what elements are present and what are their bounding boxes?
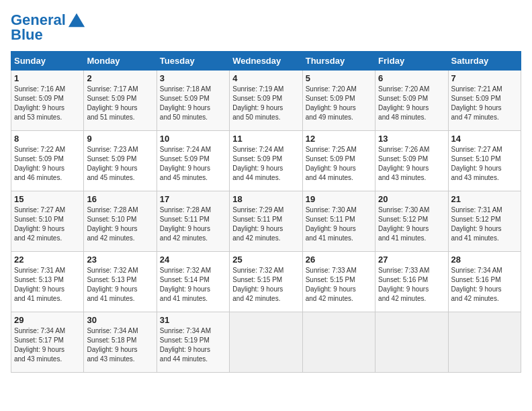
- day-header-sunday: Sunday: [11, 52, 84, 71]
- calendar-cell: 12Sunrise: 7:25 AM Sunset: 5:09 PM Dayli…: [302, 131, 375, 191]
- calendar-cell: [302, 312, 375, 373]
- day-number: 19: [306, 194, 372, 204]
- week-row-3: 22Sunrise: 7:31 AM Sunset: 5:13 PM Dayli…: [11, 252, 521, 312]
- calendar-cell: 1Sunrise: 7:16 AM Sunset: 5:09 PM Daylig…: [11, 71, 84, 131]
- day-info: Sunrise: 7:17 AM Sunset: 5:09 PM Dayligh…: [87, 85, 153, 122]
- day-number: 8: [14, 134, 81, 144]
- day-info: Sunrise: 7:32 AM Sunset: 5:14 PM Dayligh…: [160, 266, 226, 304]
- day-number: 12: [306, 134, 372, 144]
- day-number: 16: [87, 194, 153, 204]
- calendar-cell: 20Sunrise: 7:30 AM Sunset: 5:12 PM Dayli…: [375, 191, 448, 252]
- day-info: Sunrise: 7:16 AM Sunset: 5:09 PM Dayligh…: [14, 85, 81, 122]
- day-info: Sunrise: 7:34 AM Sunset: 5:16 PM Dayligh…: [451, 266, 518, 304]
- calendar-cell: 11Sunrise: 7:24 AM Sunset: 5:09 PM Dayli…: [230, 131, 302, 191]
- calendar-cell: 16Sunrise: 7:28 AM Sunset: 5:10 PM Dayli…: [84, 191, 157, 252]
- day-info: Sunrise: 7:28 AM Sunset: 5:11 PM Dayligh…: [160, 205, 226, 243]
- day-header-monday: Monday: [84, 52, 157, 71]
- day-number: 28: [451, 255, 518, 265]
- calendar-cell: 3Sunrise: 7:18 AM Sunset: 5:09 PM Daylig…: [157, 71, 229, 131]
- day-info: Sunrise: 7:34 AM Sunset: 5:18 PM Dayligh…: [87, 326, 153, 364]
- day-number: 13: [378, 134, 445, 144]
- week-row-0: 1Sunrise: 7:16 AM Sunset: 5:09 PM Daylig…: [11, 71, 521, 131]
- calendar-table: SundayMondayTuesdayWednesdayThursdayFrid…: [11, 51, 521, 373]
- day-number: 31: [160, 315, 226, 325]
- calendar-cell: 9Sunrise: 7:23 AM Sunset: 5:09 PM Daylig…: [84, 131, 157, 191]
- day-info: Sunrise: 7:26 AM Sunset: 5:09 PM Dayligh…: [378, 145, 445, 183]
- svg-marker-0: [69, 13, 85, 28]
- calendar-cell: 10Sunrise: 7:24 AM Sunset: 5:09 PM Dayli…: [157, 131, 229, 191]
- day-info: Sunrise: 7:33 AM Sunset: 5:16 PM Dayligh…: [378, 266, 445, 304]
- day-info: Sunrise: 7:31 AM Sunset: 5:13 PM Dayligh…: [14, 266, 81, 304]
- day-info: Sunrise: 7:24 AM Sunset: 5:09 PM Dayligh…: [160, 145, 226, 183]
- day-number: 4: [232, 73, 299, 83]
- day-number: 7: [451, 73, 518, 83]
- calendar-cell: 27Sunrise: 7:33 AM Sunset: 5:16 PM Dayli…: [375, 252, 448, 312]
- day-number: 17: [160, 194, 226, 204]
- day-number: 27: [378, 255, 445, 265]
- day-info: Sunrise: 7:20 AM Sunset: 5:09 PM Dayligh…: [378, 85, 445, 122]
- calendar-cell: 8Sunrise: 7:22 AM Sunset: 5:09 PM Daylig…: [11, 131, 84, 191]
- week-row-1: 8Sunrise: 7:22 AM Sunset: 5:09 PM Daylig…: [11, 131, 521, 191]
- day-info: Sunrise: 7:32 AM Sunset: 5:15 PM Dayligh…: [232, 266, 299, 304]
- day-info: Sunrise: 7:34 AM Sunset: 5:17 PM Dayligh…: [14, 326, 81, 364]
- calendar-cell: 26Sunrise: 7:33 AM Sunset: 5:15 PM Dayli…: [302, 252, 375, 312]
- day-info: Sunrise: 7:28 AM Sunset: 5:10 PM Dayligh…: [87, 205, 153, 243]
- day-number: 30: [87, 315, 153, 325]
- week-row-2: 15Sunrise: 7:27 AM Sunset: 5:10 PM Dayli…: [11, 191, 521, 252]
- calendar-cell: 13Sunrise: 7:26 AM Sunset: 5:09 PM Dayli…: [375, 131, 448, 191]
- day-info: Sunrise: 7:19 AM Sunset: 5:09 PM Dayligh…: [232, 85, 299, 122]
- day-info: Sunrise: 7:34 AM Sunset: 5:19 PM Dayligh…: [160, 326, 226, 364]
- day-header-friday: Friday: [375, 52, 448, 71]
- day-number: 21: [451, 194, 518, 204]
- day-info: Sunrise: 7:25 AM Sunset: 5:09 PM Dayligh…: [306, 145, 372, 183]
- day-number: 29: [14, 315, 81, 325]
- day-number: 25: [232, 255, 299, 265]
- day-number: 20: [378, 194, 445, 204]
- day-number: 6: [378, 73, 445, 83]
- day-info: Sunrise: 7:32 AM Sunset: 5:13 PM Dayligh…: [87, 266, 153, 304]
- calendar-cell: 31Sunrise: 7:34 AM Sunset: 5:19 PM Dayli…: [157, 312, 229, 373]
- day-info: Sunrise: 7:22 AM Sunset: 5:09 PM Dayligh…: [14, 145, 81, 183]
- calendar-cell: 21Sunrise: 7:31 AM Sunset: 5:12 PM Dayli…: [448, 191, 521, 252]
- day-header-saturday: Saturday: [448, 52, 521, 71]
- calendar-cell: 4Sunrise: 7:19 AM Sunset: 5:09 PM Daylig…: [230, 71, 302, 131]
- page-container: General Blue SundayMondayTuesdayWednesda…: [11, 11, 521, 373]
- day-info: Sunrise: 7:30 AM Sunset: 5:11 PM Dayligh…: [306, 205, 372, 243]
- logo-icon: [67, 11, 86, 30]
- calendar-cell: 5Sunrise: 7:20 AM Sunset: 5:09 PM Daylig…: [302, 71, 375, 131]
- day-info: Sunrise: 7:27 AM Sunset: 5:10 PM Dayligh…: [451, 145, 518, 183]
- day-number: 10: [160, 134, 226, 144]
- calendar-cell: 15Sunrise: 7:27 AM Sunset: 5:10 PM Dayli…: [11, 191, 84, 252]
- day-number: 1: [14, 73, 81, 83]
- calendar-cell: 19Sunrise: 7:30 AM Sunset: 5:11 PM Dayli…: [302, 191, 375, 252]
- week-row-4: 29Sunrise: 7:34 AM Sunset: 5:17 PM Dayli…: [11, 312, 521, 373]
- calendar-cell: 22Sunrise: 7:31 AM Sunset: 5:13 PM Dayli…: [11, 252, 84, 312]
- calendar-cell: 23Sunrise: 7:32 AM Sunset: 5:13 PM Dayli…: [84, 252, 157, 312]
- calendar-cell: 28Sunrise: 7:34 AM Sunset: 5:16 PM Dayli…: [448, 252, 521, 312]
- day-number: 22: [14, 255, 81, 265]
- calendar-cell: [230, 312, 302, 373]
- calendar-cell: 6Sunrise: 7:20 AM Sunset: 5:09 PM Daylig…: [375, 71, 448, 131]
- calendar-cell: 7Sunrise: 7:21 AM Sunset: 5:09 PM Daylig…: [448, 71, 521, 131]
- header-row: SundayMondayTuesdayWednesdayThursdayFrid…: [11, 52, 521, 71]
- day-info: Sunrise: 7:23 AM Sunset: 5:09 PM Dayligh…: [87, 145, 153, 183]
- day-number: 3: [160, 73, 226, 83]
- day-info: Sunrise: 7:18 AM Sunset: 5:09 PM Dayligh…: [160, 85, 226, 122]
- header: General Blue: [11, 11, 521, 43]
- calendar-cell: [375, 312, 448, 373]
- day-number: 15: [14, 194, 81, 204]
- day-info: Sunrise: 7:24 AM Sunset: 5:09 PM Dayligh…: [232, 145, 299, 183]
- calendar-cell: 2Sunrise: 7:17 AM Sunset: 5:09 PM Daylig…: [84, 71, 157, 131]
- day-number: 2: [87, 73, 153, 83]
- day-info: Sunrise: 7:29 AM Sunset: 5:11 PM Dayligh…: [232, 205, 299, 243]
- day-header-thursday: Thursday: [302, 52, 375, 71]
- day-info: Sunrise: 7:30 AM Sunset: 5:12 PM Dayligh…: [378, 205, 445, 243]
- day-number: 14: [451, 134, 518, 144]
- day-number: 26: [306, 255, 372, 265]
- logo: General Blue: [11, 11, 86, 43]
- calendar-cell: 18Sunrise: 7:29 AM Sunset: 5:11 PM Dayli…: [230, 191, 302, 252]
- day-number: 5: [306, 73, 372, 83]
- day-number: 24: [160, 255, 226, 265]
- day-info: Sunrise: 7:33 AM Sunset: 5:15 PM Dayligh…: [306, 266, 372, 304]
- day-number: 23: [87, 255, 153, 265]
